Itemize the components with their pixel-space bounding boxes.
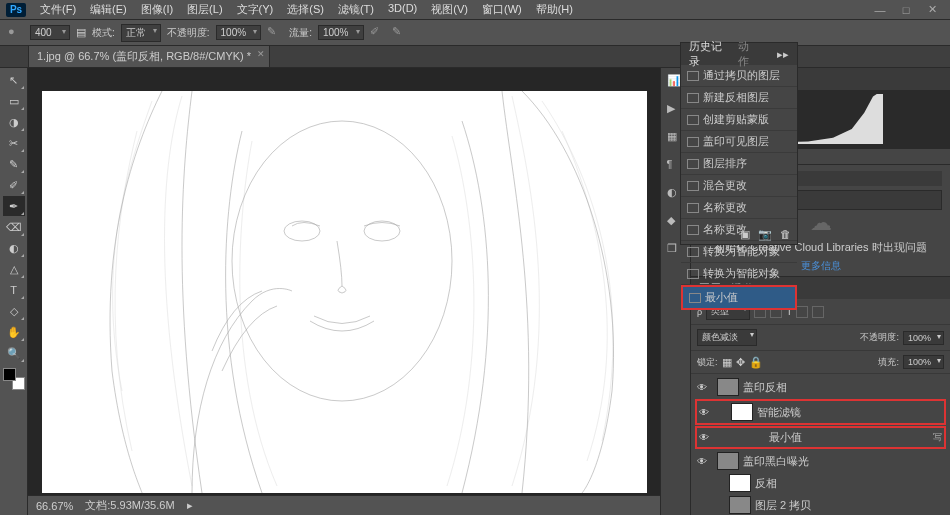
layer-row[interactable]: 👁智能滤镜 [695,399,946,425]
history-collapse-icon[interactable]: ▸▸ [777,48,789,61]
tool-button[interactable]: ✋ [3,322,25,342]
opacity-label: 不透明度: [167,26,210,40]
layer-opacity-dropdown[interactable]: 100% [903,331,944,345]
app-logo: Ps [6,3,26,17]
lock-pixels-icon[interactable]: ▦ [722,356,732,369]
history-item[interactable]: 转换为智能对象 [681,241,797,263]
fill-label: 填充: [878,356,899,369]
layer-row[interactable]: 反相 [695,472,946,494]
history-item[interactable]: 图层排序 [681,153,797,175]
opacity-dropdown[interactable]: 100% [216,25,262,40]
menu-item[interactable]: 文字(Y) [231,0,280,19]
visibility-icon[interactable]: 👁 [697,456,709,467]
tool-button[interactable]: ⌫ [3,217,25,237]
history-delete-icon[interactable]: 🗑 [780,228,791,241]
tab-history[interactable]: 历史记录 [689,39,728,69]
menu-item[interactable]: 帮助(H) [530,0,579,19]
history-snapshot-icon[interactable]: ▣ [740,228,750,241]
layer-list: 👁盖印反相👁智能滤镜👁最小值写👁盖印黑白曝光反相图层 2 拷贝曝光度黑白 1图层… [691,374,950,515]
menu-item[interactable]: 选择(S) [281,0,330,19]
filter-shape-icon[interactable] [796,306,808,318]
history-item[interactable]: 创建剪贴蒙版 [681,109,797,131]
color-swatches[interactable] [3,368,25,390]
history-item[interactable]: 转换为智能对象 [681,263,797,285]
mode-dropdown[interactable]: 正常 [121,24,161,42]
visibility-icon[interactable]: 👁 [699,432,711,443]
menu-item[interactable]: 3D(D) [382,0,423,19]
layer-row[interactable]: 👁盖印反相 [695,376,946,398]
cc-icon: ☁ [810,210,832,236]
mode-label: 模式: [92,26,115,40]
panel-toggle-icon[interactable]: ▤ [76,26,86,39]
tool-button[interactable]: ◑ [3,112,25,132]
lock-label: 锁定: [697,356,718,369]
menu-item[interactable]: 视图(V) [425,0,474,19]
visibility-icon[interactable]: 👁 [699,407,711,418]
flow-dropdown[interactable]: 100% [318,25,364,40]
tool-button[interactable]: ✎ [3,154,25,174]
tool-button[interactable]: ✂ [3,133,25,153]
close-tab-icon[interactable]: ✕ [257,49,265,59]
pressure-size-icon[interactable]: ✎ [392,25,408,41]
status-chevron-icon[interactable]: ▸ [187,499,193,512]
canvas[interactable] [42,91,647,493]
history-item[interactable]: 名称更改 [681,197,797,219]
layer-row[interactable]: 👁盖印黑白曝光 [695,450,946,472]
document-tabs: 1.jpg @ 66.7% (盖印反相, RGB/8#/CMYK) * ✕ [0,46,950,68]
layer-name: 智能滤镜 [757,405,801,420]
blend-mode-dropdown[interactable]: 颜色减淡 [697,329,757,346]
menu-item[interactable]: 滤镜(T) [332,0,380,19]
tool-button[interactable]: 🔍 [3,343,25,363]
doc-size: 文档:5.93M/35.6M [85,498,174,513]
history-new-icon[interactable]: 📷 [758,228,772,241]
tool-button[interactable]: △ [3,259,25,279]
lock-position-icon[interactable]: ✥ [736,356,745,369]
fill-dropdown[interactable]: 100% [903,355,944,369]
window-buttons: —□✕ [868,2,944,18]
tool-button[interactable]: ▭ [3,91,25,111]
tool-button[interactable]: ◐ [3,238,25,258]
menu-item[interactable]: 图像(I) [135,0,179,19]
library-link[interactable]: 更多信息 [801,259,841,273]
zoom-level[interactable]: 66.67% [36,500,73,512]
layers-panel: 图层 通道 ρ 类型 T 颜色减淡 不透明度: 100% [691,277,950,515]
file-tab[interactable]: 1.jpg @ 66.7% (盖印反相, RGB/8#/CMYK) * ✕ [28,45,270,67]
tool-button[interactable]: ✐ [3,175,25,195]
tool-button[interactable]: ↖ [3,70,25,90]
brush-size-dropdown[interactable]: 400 [30,25,70,40]
tab-actions[interactable]: 动作 [738,39,757,69]
layer-row[interactable]: 👁最小值写 [695,426,946,449]
airbrush-icon[interactable]: ✐ [370,25,386,41]
tools-panel: ↖▭◑✂✎✐✒⌫◐△T◇✋🔍 [0,68,28,515]
history-item[interactable]: 盖印可见图层 [681,131,797,153]
sketch-image [42,91,647,493]
menu-item[interactable]: 窗口(W) [476,0,528,19]
history-panel: 历史记录 动作 ▸▸ 通过拷贝的图层新建反相图层创建剪贴蒙版盖印可见图层图层排序… [680,42,798,245]
flow-label: 流量: [289,26,312,40]
pressure-opacity-icon[interactable]: ✎ [267,25,283,41]
menu-item[interactable]: 编辑(E) [84,0,133,19]
tool-button[interactable]: ✒ [3,196,25,216]
menu-bar: 文件(F)编辑(E)图像(I)图层(L)文字(Y)选择(S)滤镜(T)3D(D)… [34,0,868,19]
layer-row[interactable]: 图层 2 拷贝 [695,494,946,515]
tool-button[interactable]: ◇ [3,301,25,321]
brush-preview-icon[interactable]: ● [8,25,24,41]
tool-button[interactable]: T [3,280,25,300]
window-button[interactable]: ✕ [920,2,944,18]
history-item[interactable]: 混合更改 [681,175,797,197]
lock-all-icon[interactable]: 🔒 [749,356,763,369]
status-bar: 66.67% 文档:5.93M/35.6M ▸ [28,495,660,515]
layer-name: 盖印反相 [743,380,787,395]
window-button[interactable]: — [868,2,892,18]
layer-name: 最小值 [769,430,802,445]
layer-name: 盖印黑白曝光 [743,454,809,469]
visibility-icon[interactable]: 👁 [697,382,709,393]
layer-opacity-label: 不透明度: [860,331,899,344]
filter-smart-icon[interactable] [812,306,824,318]
menu-item[interactable]: 文件(F) [34,0,82,19]
history-item[interactable]: 新建反相图层 [681,87,797,109]
menu-item[interactable]: 图层(L) [181,0,228,19]
window-button[interactable]: □ [894,2,918,18]
history-item[interactable]: 最小值 [681,285,797,310]
layer-name: 图层 2 拷贝 [755,498,811,513]
